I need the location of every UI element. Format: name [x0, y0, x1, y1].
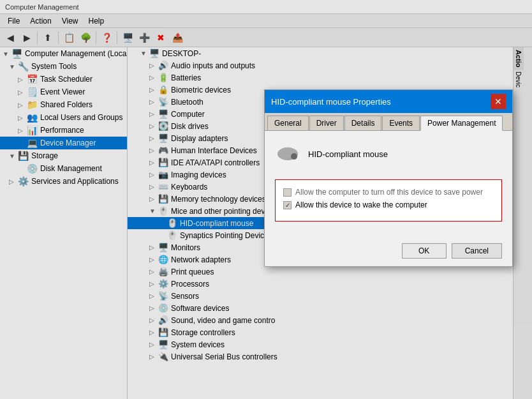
modal-title: HID-compliant mouse Properties [271, 97, 491, 107]
ok-button[interactable]: OK [402, 243, 447, 259]
tab-driver[interactable]: Driver [309, 116, 344, 130]
allow-turn-off-label: Allow the computer to turn off this devi… [295, 188, 483, 197]
tab-details[interactable]: Details [344, 116, 382, 130]
power-management-section: Allow the computer to turn off this devi… [275, 179, 502, 222]
device-large-icon [275, 141, 300, 167]
cancel-button[interactable]: Cancel [452, 243, 502, 259]
tab-power-management[interactable]: Power Management [420, 116, 503, 131]
modal-title-bar: HID-compliant mouse Properties ✕ [265, 90, 512, 113]
tab-events[interactable]: Events [382, 116, 420, 130]
device-header: HID-compliant mouse [275, 141, 502, 167]
modal-tabs: General Driver Details Events Power Mana… [265, 113, 512, 131]
device-name: HID-compliant mouse [308, 149, 388, 159]
properties-dialog: HID-compliant mouse Properties ✕ General… [264, 89, 513, 267]
modal-footer: OK Cancel [265, 238, 512, 266]
svg-point-2 [291, 153, 297, 160]
allow-wake-checkbox[interactable] [283, 201, 292, 209]
modal-body: HID-compliant mouse Allow the computer t… [265, 131, 512, 238]
modal-close-button[interactable]: ✕ [491, 94, 506, 109]
tab-general[interactable]: General [267, 116, 309, 130]
allow-wake-row: Allow this device to wake the computer [283, 200, 494, 209]
modal-overlay: HID-compliant mouse Properties ✕ General… [0, 0, 532, 399]
allow-wake-label: Allow this device to wake the computer [295, 200, 427, 209]
allow-turn-off-row: Allow the computer to turn off this devi… [283, 188, 494, 197]
allow-turn-off-checkbox[interactable] [283, 188, 292, 197]
